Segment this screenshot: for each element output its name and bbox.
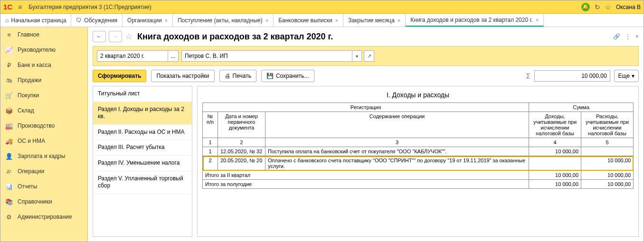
titlebar: 1С ≡ Бухгалтерия предприятия 3 (1С:Предп… [0, 0, 644, 14]
sidebar-item-hr[interactable]: 👤Зарплата и кадры [0, 149, 87, 164]
sidebar-item-main[interactable]: ≡Главное [0, 27, 87, 42]
header-num: № п/п [203, 112, 218, 138]
filter-bar: ... ▾ ↗ [93, 46, 639, 66]
ruble-icon: ₽ [5, 62, 13, 69]
sum-input[interactable] [534, 70, 610, 82]
sidebar-item-purchases[interactable]: 🛒Покупки [0, 88, 87, 103]
menu-icon[interactable]: ≡ [18, 3, 22, 11]
section-r2[interactable]: Раздел II. Расходы на ОС и НМА [93, 125, 192, 140]
sections-list: Титульный лист Раздел I. Доходы и расход… [93, 86, 192, 237]
org-group: ▾ ↗ [181, 50, 374, 62]
section-r3[interactable]: Раздел III. Расчет убытка [93, 140, 192, 156]
table-row-selected[interactable]: 2 20.05.2020, № 20 Оплачено с банковског… [203, 156, 634, 171]
section-r1[interactable]: Раздел I. Доходы и расходы за 2 кв. [93, 102, 192, 125]
period-group: ... [97, 50, 179, 62]
close-icon[interactable]: × [398, 18, 400, 23]
tab-bank[interactable]: Банковские выписки× [274, 14, 343, 27]
close-icon[interactable]: × [335, 18, 338, 23]
chart-icon: 📈 [5, 47, 13, 54]
sidebar-item-admin[interactable]: ⚙Администрирование [0, 209, 87, 224]
truck-icon: 🚚 [5, 138, 13, 145]
favorite-icon[interactable]: ☆ [125, 31, 133, 42]
sidebar-item-bank[interactable]: ₽Банк и касса [0, 57, 87, 73]
period-select-button[interactable]: ... [168, 50, 179, 62]
header-date: Дата и номер первичного документа [218, 112, 265, 138]
section-r4[interactable]: Раздел IV. Уменьшение налога [93, 156, 192, 171]
chat-icon: 🗨 [76, 17, 82, 24]
sidebar-item-sales[interactable]: 🛍Продажи [0, 73, 87, 88]
close-icon[interactable]: × [265, 18, 268, 23]
toolbar: Сформировать Показать настройки 🖨Печать … [88, 66, 644, 86]
factory-icon: 🏭 [5, 122, 13, 130]
bag-icon: 🛍 [5, 77, 13, 84]
sidebar-item-refs[interactable]: 📚Справочники [0, 194, 87, 209]
menu-icon: ≡ [5, 31, 13, 38]
sigma-icon: Σ [526, 72, 530, 80]
sidebar-item-manager[interactable]: 📈Руководителю [0, 42, 87, 57]
gear-icon: ⚙ [5, 214, 13, 221]
period-input[interactable] [97, 50, 168, 62]
box-icon: 📦 [5, 107, 13, 114]
home-icon: ⌂ [5, 17, 9, 24]
link-icon[interactable]: 🔗 [613, 33, 620, 40]
tab-home[interactable]: ⌂Начальная страница [0, 14, 71, 27]
tab-kudir[interactable]: Книга доходов и расходов за 2 квартал 20… [406, 14, 544, 27]
total-row: Итого за II квартал 10 000,00 10 000,00 [203, 171, 634, 180]
tab-organizations[interactable]: Организации× [123, 14, 173, 27]
report-table: Регистрация Сумма № п/п Дата и номер пер… [202, 102, 634, 189]
sidebar-item-production[interactable]: 🏭Производство [0, 118, 87, 133]
tab-discussions[interactable]: 🗨Обсуждения [71, 14, 123, 27]
total-row: Итого за полугодие 10 000,00 10 000,00 [203, 180, 634, 189]
table-row[interactable]: 1 12.05.2020, № 32 Поступила оплата на б… [203, 147, 634, 156]
books-icon: 📚 [5, 198, 13, 205]
tabbar: ⌂Начальная страница 🗨Обсуждения Организа… [0, 14, 644, 27]
header-content: Содержание операции [265, 112, 529, 138]
header-registration: Регистрация [203, 103, 529, 112]
close-page-icon[interactable]: × [635, 33, 639, 40]
org-input[interactable] [181, 50, 352, 62]
print-button[interactable]: 🖨Печать [219, 70, 256, 82]
app-title: Бухгалтерия предприятия 3 (1С:Предприяти… [28, 4, 151, 10]
star-icon[interactable]: ☆ [605, 3, 611, 11]
header-expense: Расходы, учитываемые при исчислении нало… [581, 112, 634, 138]
sidebar-item-assets[interactable]: 🚚ОС и НМА [0, 133, 87, 149]
content: ← → ☆ Книга доходов и расходов за 2 квар… [88, 27, 644, 242]
header-sum: Сумма [529, 103, 634, 112]
tab-receipts[interactable]: Поступление (акты, накладные)× [173, 14, 274, 27]
org-open-button[interactable]: ↗ [364, 50, 374, 62]
history-icon[interactable]: ↻ [595, 3, 600, 11]
save-icon: 💾 [266, 73, 274, 79]
tab-closing[interactable]: Закрытие месяца× [343, 14, 406, 27]
username-label[interactable]: Оксана В [616, 4, 641, 10]
report-title: I. Доходы и расходы [202, 91, 634, 99]
bars-icon: 📊 [5, 183, 13, 190]
sidebar-item-operations[interactable]: ДтОперации [0, 164, 87, 179]
settings-button[interactable]: Показать настройки [151, 70, 214, 82]
more-icon[interactable]: ⋮ [625, 33, 631, 40]
close-icon[interactable]: × [536, 17, 539, 23]
cart-icon: 🛒 [5, 92, 13, 99]
sidebar: ≡Главное 📈Руководителю ₽Банк и касса 🛍Пр… [0, 27, 88, 242]
close-icon[interactable]: × [165, 18, 168, 23]
forward-button[interactable]: → [109, 31, 122, 42]
more-button[interactable]: Еще▾ [614, 70, 639, 82]
app-logo: 1С [3, 3, 12, 11]
print-icon: 🖨 [225, 73, 230, 79]
org-dropdown-button[interactable]: ▾ [352, 50, 362, 62]
dtkt-icon: Дт [5, 169, 13, 174]
person-icon: 👤 [5, 153, 13, 160]
page-header: ← → ☆ Книга доходов и расходов за 2 квар… [88, 27, 644, 46]
section-r5[interactable]: Раздел V. Уплаченный торговый сбор [93, 171, 192, 194]
notification-icon[interactable]: 🔔 [581, 3, 590, 11]
sidebar-item-warehouse[interactable]: 📦Склад [0, 103, 87, 118]
header-income: Доходы, учитываемые при исчислении налог… [529, 112, 581, 138]
page-title: Книга доходов и расходов за 2 квартал 20… [137, 32, 333, 42]
form-button[interactable]: Сформировать [93, 70, 146, 82]
sidebar-item-reports[interactable]: 📊Отчеты [0, 179, 87, 194]
back-button[interactable]: ← [93, 31, 106, 42]
section-title[interactable]: Титульный лист [93, 86, 192, 102]
report-area: I. Доходы и расходы Регистрация Сумма № … [197, 86, 639, 237]
save-button[interactable]: 💾Сохранить... [261, 70, 314, 82]
chevron-down-icon: ▾ [632, 73, 635, 79]
